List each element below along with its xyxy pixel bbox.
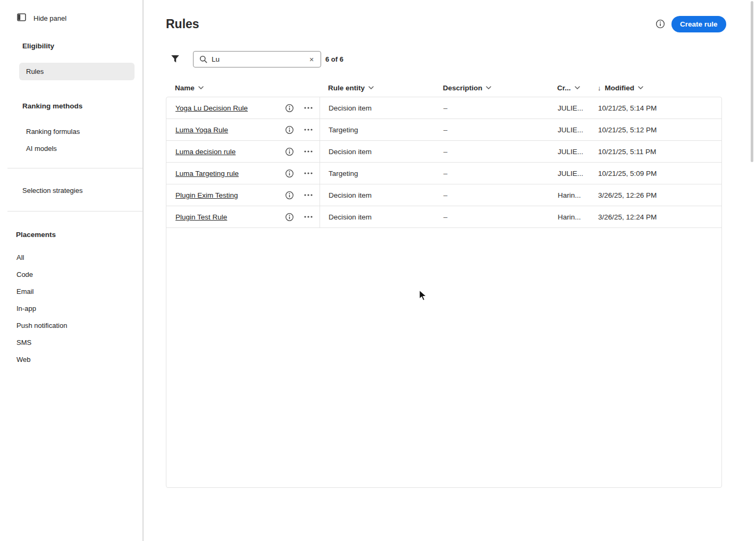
row-info-icon[interactable]: [283, 211, 295, 223]
created-by-cell: Harin...: [549, 184, 592, 206]
rule-name-link[interactable]: Luma Yoga Rule: [175, 126, 276, 134]
row-more-actions-icon[interactable]: [303, 211, 314, 223]
chevron-down-icon: [486, 86, 491, 89]
hide-panel-button[interactable]: Hide panel: [0, 0, 142, 23]
created-by-cell: JULIE...: [549, 97, 592, 119]
scrollbar-thumb[interactable]: [751, 1, 753, 162]
row-info-icon[interactable]: [283, 146, 295, 157]
chevron-down-icon: [198, 86, 204, 89]
created-by-cell: JULIE...: [549, 119, 592, 140]
created-by-cell: JULIE...: [549, 163, 592, 184]
chevron-down-icon: [575, 86, 580, 89]
left-panel: Hide panel Eligibility Rules Ranking met…: [0, 0, 144, 541]
result-count: 6 of 6: [325, 55, 343, 63]
column-label: Cr...: [557, 84, 571, 92]
table-row[interactable]: Luma Yoga Rule Targeting – JULIE... 10/2…: [166, 119, 721, 141]
filter-icon[interactable]: [171, 55, 180, 64]
placements-heading: Placements: [0, 231, 142, 239]
sidebar-item-email[interactable]: Email: [0, 288, 142, 296]
sidebar-item-all[interactable]: All: [0, 253, 142, 262]
sidebar-item-code[interactable]: Code: [0, 270, 142, 279]
rule-entity-cell: Targeting: [320, 163, 435, 184]
modified-cell: 10/21/25, 5:14 PM: [592, 97, 721, 119]
description-cell: –: [435, 119, 549, 140]
column-header-description[interactable]: Description: [434, 79, 549, 97]
description-cell: –: [435, 206, 549, 227]
sidebar-item-web[interactable]: Web: [0, 356, 142, 364]
modified-cell: 10/21/25, 5:09 PM: [592, 163, 721, 184]
description-cell: –: [435, 163, 549, 184]
row-more-actions-icon[interactable]: [303, 189, 314, 201]
column-label: Description: [443, 84, 482, 92]
sidebar-divider: [7, 168, 142, 168]
column-label: Modified: [605, 84, 635, 92]
sidebar-divider: [7, 211, 142, 212]
table-row[interactable]: Plugin Test Rule Decision item – Harin..…: [166, 206, 721, 228]
row-more-actions-icon[interactable]: [303, 167, 314, 179]
rule-entity-cell: Decision item: [320, 97, 435, 119]
sidebar-item-in-app[interactable]: In-app: [0, 305, 142, 313]
row-more-actions-icon[interactable]: [303, 124, 314, 136]
hide-panel-label: Hide panel: [33, 14, 66, 22]
rule-name-link[interactable]: Plugin Test Rule: [175, 213, 276, 221]
description-cell: –: [435, 184, 549, 206]
modified-cell: 10/21/25, 5:11 PM: [592, 141, 721, 162]
panel-icon: [17, 13, 26, 23]
column-header-rule-entity[interactable]: Rule entity: [320, 79, 434, 97]
column-header-created-by[interactable]: Cr...: [549, 79, 591, 97]
rule-name-link[interactable]: Plugin Exim Testing: [175, 191, 276, 199]
sidebar-item-ai-models[interactable]: AI models: [0, 145, 142, 153]
column-label: Rule entity: [328, 84, 365, 92]
sort-descending-icon: ↓: [598, 84, 601, 92]
rule-entity-cell: Decision item: [320, 184, 435, 206]
row-info-icon[interactable]: [283, 102, 295, 114]
rules-table: Yoga Lu Decision Rule Decision item – JU…: [166, 97, 722, 488]
rule-entity-cell: Targeting: [320, 119, 435, 140]
row-info-icon[interactable]: [283, 189, 295, 201]
column-header-name[interactable]: Name: [166, 79, 320, 97]
modified-cell: 3/26/25, 12:24 PM: [592, 206, 721, 227]
table-row[interactable]: Luma Targeting rule Targeting – JULIE...…: [166, 163, 721, 184]
modified-cell: 3/26/25, 12:26 PM: [592, 184, 721, 206]
ranking-methods-heading: Ranking methods: [0, 102, 142, 110]
rule-name-link[interactable]: Luma decision rule: [175, 148, 276, 156]
description-cell: –: [435, 141, 549, 162]
chevron-down-icon: [638, 86, 643, 89]
row-more-actions-icon[interactable]: [303, 146, 314, 157]
created-by-cell: Harin...: [549, 206, 592, 227]
column-label: Name: [175, 84, 195, 92]
table-header: Name Rule entity Description Cr... ↓ Mod…: [166, 79, 722, 97]
sidebar-item-sms[interactable]: SMS: [0, 339, 142, 347]
column-header-modified[interactable]: ↓ Modified: [591, 79, 722, 97]
row-info-icon[interactable]: [283, 167, 295, 179]
table-row[interactable]: Plugin Exim Testing Decision item – Hari…: [166, 184, 721, 206]
sidebar-item-selection-strategies[interactable]: Selection strategies: [0, 187, 142, 195]
info-icon[interactable]: [656, 19, 665, 29]
rule-entity-cell: Decision item: [320, 141, 435, 162]
table-row[interactable]: Yoga Lu Decision Rule Decision item – JU…: [166, 97, 721, 119]
row-info-icon[interactable]: [283, 124, 295, 136]
clear-search-icon[interactable]: ✕: [307, 55, 316, 64]
search-box: ✕: [193, 51, 321, 67]
chevron-down-icon: [368, 86, 374, 89]
create-rule-button[interactable]: Create rule: [671, 16, 726, 32]
table-row[interactable]: Luma decision rule Decision item – JULIE…: [166, 141, 721, 163]
rule-name-link[interactable]: Luma Targeting rule: [175, 170, 276, 177]
modified-cell: 10/21/25, 5:12 PM: [592, 119, 721, 140]
search-input[interactable]: [194, 52, 321, 67]
page-title: Rules: [166, 17, 199, 31]
created-by-cell: JULIE...: [549, 141, 592, 162]
description-cell: –: [435, 97, 549, 119]
rule-entity-cell: Decision item: [320, 206, 435, 227]
sidebar-item-push-notification[interactable]: Push notification: [0, 322, 142, 330]
sidebar-item-ranking-formulas[interactable]: Ranking formulas: [0, 128, 142, 136]
eligibility-heading: Eligibility: [0, 42, 142, 50]
sidebar-item-rules[interactable]: Rules: [19, 63, 135, 80]
row-more-actions-icon[interactable]: [303, 102, 314, 114]
rule-name-link[interactable]: Yoga Lu Decision Rule: [175, 104, 276, 112]
